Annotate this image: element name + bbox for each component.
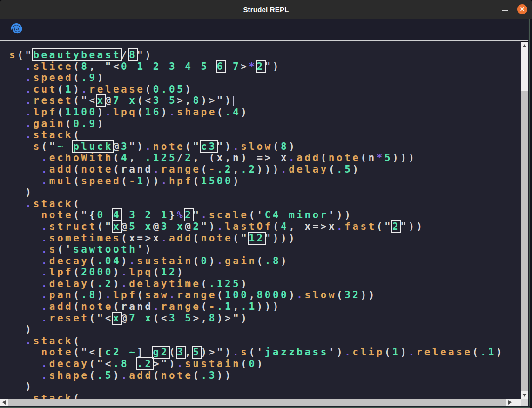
code-token: . bbox=[25, 335, 33, 347]
horizontal-scrollbar-thumb[interactable] bbox=[8, 399, 506, 406]
code-token: , x=>x bbox=[289, 221, 337, 232]
code-token: lpf bbox=[33, 107, 57, 118]
code-line: .lpf(2000).lpq(12) bbox=[9, 267, 521, 278]
code-token: ) bbox=[113, 278, 121, 289]
code-token bbox=[9, 267, 41, 278]
vertical-scrollbar[interactable] bbox=[521, 42, 528, 399]
text-cursor bbox=[233, 96, 234, 106]
code-token: . bbox=[41, 152, 49, 163]
code-token: ( bbox=[321, 152, 329, 163]
code-token: , "< bbox=[89, 61, 121, 72]
code-token bbox=[9, 175, 41, 187]
code-token: ) bbox=[113, 267, 121, 278]
code-token: . bbox=[153, 164, 161, 175]
code-token: rand bbox=[121, 301, 153, 312]
code-token: . bbox=[337, 221, 344, 232]
code-editor-viewport[interactable]: s("beautybeast/8") .slice(8, "<0 1 2 3 4… bbox=[0, 41, 521, 399]
code-line: .stack( bbox=[9, 198, 521, 210]
code-token: s bbox=[49, 244, 57, 255]
code-token: x bbox=[129, 95, 137, 106]
code-token: ) bbox=[209, 255, 217, 267]
code-token: 1100 bbox=[65, 107, 97, 118]
code-token bbox=[9, 95, 25, 106]
code-token: ( bbox=[137, 107, 145, 118]
code-token: ) bbox=[241, 107, 249, 118]
code-line: .slice(8, "<0 1 2 3 4 5 6 7>*2") bbox=[9, 61, 521, 73]
code-token: % bbox=[177, 209, 185, 221]
code-token: . bbox=[25, 118, 33, 129]
scroll-right-button[interactable] bbox=[506, 399, 513, 406]
code-token: s bbox=[9, 49, 17, 60]
code-token bbox=[9, 107, 25, 118]
scroll-left-button[interactable] bbox=[0, 399, 7, 406]
active-token-highlight: x bbox=[113, 221, 121, 232]
code-token: struct bbox=[49, 221, 97, 232]
code-token: ) bbox=[257, 358, 265, 369]
code-line: .speed(.9) bbox=[9, 72, 521, 84]
code-line: .pan(.8).lpf(saw.range(100,8000).slow(32… bbox=[9, 289, 521, 301]
code-editor[interactable]: s("beautybeast/8") .slice(8, "<0 1 2 3 4… bbox=[9, 49, 521, 399]
scroll-down-button[interactable] bbox=[521, 391, 528, 399]
code-token: * bbox=[249, 61, 256, 72]
code-token: . bbox=[25, 198, 33, 209]
code-line: .decay(.04).sustain(0).gain(.8) bbox=[9, 255, 521, 267]
code-token: ))) bbox=[257, 301, 281, 312]
code-token: 0.9 bbox=[73, 118, 97, 129]
title-bar[interactable]: Strudel REPL ✕ bbox=[0, 0, 532, 19]
code-token bbox=[121, 95, 129, 106]
code-token: - bbox=[129, 175, 137, 187]
code-line: .add(note(rand.range(-.1,.1))) bbox=[9, 301, 521, 313]
code-line: .stack( bbox=[9, 335, 521, 347]
active-token-highlight: 2 bbox=[257, 61, 265, 72]
code-token: .5 bbox=[97, 370, 113, 381]
code-token: lpq bbox=[129, 267, 153, 278]
vertical-scrollbar-thumb[interactable] bbox=[521, 91, 528, 391]
scroll-up-button[interactable] bbox=[521, 42, 528, 49]
code-token: / bbox=[121, 49, 129, 60]
code-token: )) bbox=[361, 289, 377, 301]
code-token: .5 bbox=[337, 164, 352, 175]
code-token: .2 bbox=[97, 278, 113, 289]
code-token: . bbox=[105, 107, 113, 118]
code-token: . bbox=[41, 233, 49, 244]
minimize-button[interactable] bbox=[502, 10, 508, 11]
close-button[interactable]: ✕ bbox=[517, 4, 527, 14]
code-token: .04 bbox=[97, 255, 121, 267]
code-token: ') bbox=[137, 244, 153, 255]
code-token: note bbox=[81, 164, 113, 175]
code-token: sustain bbox=[185, 358, 241, 369]
horizontal-scrollbar[interactable] bbox=[0, 399, 521, 406]
code-token: x bbox=[137, 221, 153, 232]
code-token: ( bbox=[73, 129, 81, 140]
code-token: reset bbox=[49, 313, 89, 324]
code-token: "))) bbox=[265, 233, 297, 244]
code-token: . bbox=[121, 278, 129, 289]
code-token: 0 1 2 3 4 5 bbox=[121, 61, 217, 72]
code-token: (" bbox=[41, 141, 57, 152]
code-token: (x=>x bbox=[121, 233, 161, 244]
code-token: ( bbox=[73, 335, 81, 347]
code-token: . bbox=[41, 175, 49, 187]
code-token: ( bbox=[193, 175, 201, 187]
code-token: ( bbox=[89, 370, 97, 381]
code-token: ) bbox=[73, 84, 81, 95]
active-token-highlight: .2 bbox=[137, 358, 153, 369]
code-token: speed bbox=[81, 175, 121, 187]
code-token: - bbox=[209, 164, 217, 175]
code-token: ( bbox=[384, 347, 392, 358]
code-token: 2 bbox=[185, 152, 193, 163]
code-line: .shape(.5).add(note(.3)) bbox=[9, 370, 521, 381]
code-token: . bbox=[41, 278, 49, 289]
code-token: 1 bbox=[137, 175, 145, 187]
code-token: (" bbox=[97, 221, 113, 232]
code-token: . bbox=[201, 209, 209, 221]
code-token: * bbox=[377, 152, 384, 163]
code-token: ( bbox=[217, 107, 225, 118]
code-token bbox=[9, 61, 25, 72]
strudel-spiral-icon[interactable] bbox=[10, 22, 24, 36]
code-token: slow bbox=[241, 141, 273, 152]
code-token: ) bbox=[185, 84, 193, 95]
code-token bbox=[137, 313, 145, 324]
code-token: ("{ bbox=[73, 209, 97, 221]
code-token bbox=[9, 313, 41, 324]
